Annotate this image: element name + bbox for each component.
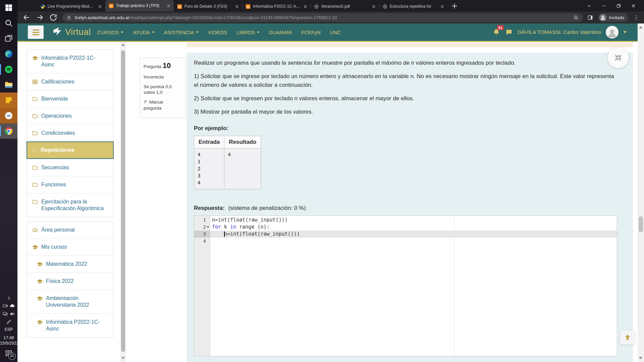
browser-tab[interactable]: mTrabajo práctico 3 (TP3) bbox=[105, 0, 174, 11]
browser-tab[interactable]: mInformática P2022-1C-Asinc: Ejer bbox=[242, 1, 311, 11]
close-button[interactable] bbox=[626, 1, 641, 11]
browser-tab[interactable]: mForo de Debate 3 (FD3) bbox=[174, 1, 242, 11]
user-name[interactable]: DÁVILA TOMASSI, Carlos Valentino bbox=[518, 29, 601, 35]
sidebar-item-funciones[interactable]: Funciones bbox=[27, 176, 113, 193]
back-button[interactable] bbox=[22, 13, 31, 22]
site-logo[interactable]: Virtual bbox=[51, 26, 91, 38]
taskbar-search-button[interactable] bbox=[0, 15, 17, 31]
sidebar-item-bienvenida[interactable]: Bienvenida bbox=[27, 90, 113, 107]
page-scrollbar-thumb[interactable] bbox=[639, 216, 643, 232]
question-text-segment: Realizar un programa que usando la sente… bbox=[194, 60, 314, 66]
url-text: fcefyn.aulavirtual.unc.edu.ar/mod/quiz/a… bbox=[75, 15, 571, 20]
new-tab-button[interactable] bbox=[450, 2, 459, 10]
nav-item-asistencia[interactable]: ASISTENCIA bbox=[164, 29, 199, 35]
browser-tab[interactable]: Estructura repetitiva for bbox=[379, 1, 447, 11]
taskbar-file-explorer-button[interactable] bbox=[0, 77, 17, 93]
browser-tab[interactable]: Iteraciones5.pdf bbox=[311, 1, 379, 11]
taskbar-task-view-button[interactable] bbox=[0, 31, 17, 46]
windows-ink-icon[interactable] bbox=[6, 319, 12, 325]
dashboard-icon bbox=[32, 227, 38, 233]
address-bar[interactable]: fcefyn.aulavirtual.unc.edu.ar/mod/quiz/a… bbox=[62, 13, 583, 22]
edge-icon bbox=[4, 50, 13, 58]
tab-close-icon[interactable] bbox=[303, 4, 308, 9]
page-scroll-up[interactable] bbox=[639, 26, 642, 28]
meet-now-icon[interactable] bbox=[2, 303, 8, 309]
fold-caret-icon bbox=[207, 226, 209, 228]
sidebar-item-rea-personal[interactable]: Área personal bbox=[27, 222, 113, 238]
collapse-question-button[interactable] bbox=[608, 47, 629, 68]
reload-button[interactable] bbox=[49, 13, 58, 22]
question-text-segment: for bbox=[314, 60, 320, 66]
sidebar-item-label: Bienvenida bbox=[41, 96, 68, 102]
profile-button[interactable]: Invitado bbox=[598, 13, 628, 22]
page-scroll-down[interactable] bbox=[639, 357, 642, 359]
nav-item-fcefyn[interactable]: FCEFyN bbox=[301, 29, 321, 35]
sidebar-item-calificaciones[interactable]: Calificaciones bbox=[27, 73, 113, 90]
speaker-icon[interactable] bbox=[9, 311, 15, 317]
scroll-down-arrow[interactable] bbox=[121, 357, 125, 359]
search-icon bbox=[4, 19, 13, 27]
sidebar-item-secuencias[interactable]: Secuencias bbox=[27, 159, 113, 176]
code-line: 3 n=int(float(raw_input())) bbox=[194, 231, 617, 238]
sidebar-scrollbar[interactable] bbox=[120, 41, 126, 362]
scrollbar-thumb[interactable] bbox=[121, 50, 125, 352]
sidebar-item-ejercitaci-n-para-la-especificaci-n-algor-tmica[interactable]: Ejercitación para la Especificación Algo… bbox=[27, 193, 113, 217]
sidebar-item-f-sica-2022[interactable]: Física 2022 bbox=[27, 273, 113, 290]
nav-item-cursos[interactable]: CURSOS bbox=[97, 29, 123, 35]
taskbar-chrome-button[interactable] bbox=[0, 123, 17, 139]
sidebar-item-repeticiones[interactable]: Repeticiones bbox=[26, 141, 114, 159]
tray-expand-icon[interactable] bbox=[6, 296, 11, 301]
sidebar-item-inform-tica-p2022-1c-asinc[interactable]: Informática P2022-1C-Asinc bbox=[27, 313, 113, 337]
hamburger-menu-button[interactable] bbox=[28, 25, 44, 39]
action-center-button[interactable]: 21 bbox=[5, 349, 13, 359]
scroll-up-arrow[interactable] bbox=[121, 44, 125, 46]
sidebar-item-matem-tica-2022[interactable]: Matemática 2022 bbox=[27, 255, 113, 273]
sidebar-item-inform-tica-p2022-1c-asinc[interactable]: Informática P2022-1C-Asinc bbox=[27, 50, 113, 73]
scroll-to-top-button[interactable] bbox=[620, 330, 635, 345]
tray-clock[interactable]: 17:49 15/5/2022 bbox=[0, 335, 17, 346]
forward-button[interactable] bbox=[36, 13, 44, 22]
code-editor[interactable]: 1n=int(float(raw_input()))2for k in rang… bbox=[194, 216, 617, 356]
tab-close-icon[interactable] bbox=[234, 4, 239, 9]
sidebar-item-mis-cursos[interactable]: Mis cursos bbox=[27, 238, 113, 255]
messages-icon[interactable] bbox=[505, 28, 513, 36]
split-screen-icon[interactable] bbox=[587, 14, 593, 21]
tab-close-icon[interactable] bbox=[440, 4, 445, 9]
browser-menu-chevron[interactable] bbox=[582, 1, 596, 11]
tab-close-icon[interactable] bbox=[166, 3, 171, 8]
example-heading: Por ejemplo: bbox=[194, 125, 618, 132]
flag-question-link[interactable]: Marcar pregunta bbox=[144, 99, 182, 111]
notifications-button[interactable]: 61 bbox=[492, 28, 500, 36]
nav-item-ayuda[interactable]: AYUDA bbox=[133, 29, 155, 35]
code-token: n=int(float(raw_input())) bbox=[212, 231, 300, 237]
user-menu-caret[interactable] bbox=[623, 31, 627, 33]
user-avatar[interactable] bbox=[606, 26, 619, 39]
nav-item-videos[interactable]: VIDEOS bbox=[208, 29, 227, 35]
file-explorer-icon bbox=[4, 80, 13, 89]
onedrive-icon[interactable] bbox=[9, 303, 15, 309]
nav-item-guarani[interactable]: GUARANI bbox=[269, 29, 292, 35]
entrada-value: 1 bbox=[198, 158, 221, 165]
taskbar-spotify-button[interactable] bbox=[0, 62, 17, 77]
sidebar-item-operaciones[interactable]: Operaciones bbox=[27, 107, 113, 124]
browser-menu-icon[interactable] bbox=[633, 14, 639, 21]
minimize-button[interactable] bbox=[596, 1, 611, 11]
taskbar-start-button[interactable] bbox=[0, 0, 17, 15]
tab-close-icon[interactable] bbox=[98, 4, 103, 9]
moodle-header: Virtual CURSOSAYUDAASISTENCIAVIDEOSLIBRO… bbox=[17, 23, 644, 42]
nav-item-libros[interactable]: LIBROS bbox=[236, 29, 260, 35]
restore-button[interactable] bbox=[611, 1, 626, 11]
taskbar-edge-button[interactable] bbox=[0, 46, 17, 62]
tab-close-icon[interactable] bbox=[371, 4, 376, 9]
sidebar-item-condicionales[interactable]: Condicionales bbox=[27, 124, 113, 141]
sidebar-item-ambientaci-n-universitaria-2022[interactable]: Ambientación Universitaria 2022 bbox=[27, 290, 113, 313]
taskbar-wolfram-button[interactable]: w bbox=[0, 108, 17, 123]
network-icon[interactable] bbox=[2, 311, 8, 317]
language-indicator[interactable]: ESP bbox=[0, 327, 17, 332]
browser-tab[interactable]: Live Programming Mode - Pytho bbox=[37, 1, 105, 11]
page-scrollbar[interactable] bbox=[638, 23, 644, 362]
code-text: n=int(float(raw_input())) bbox=[212, 231, 617, 238]
nav-item-unc[interactable]: UNC bbox=[330, 29, 341, 35]
zoom-icon[interactable] bbox=[573, 15, 579, 20]
taskbar-sticky-notes-button[interactable] bbox=[0, 93, 17, 108]
